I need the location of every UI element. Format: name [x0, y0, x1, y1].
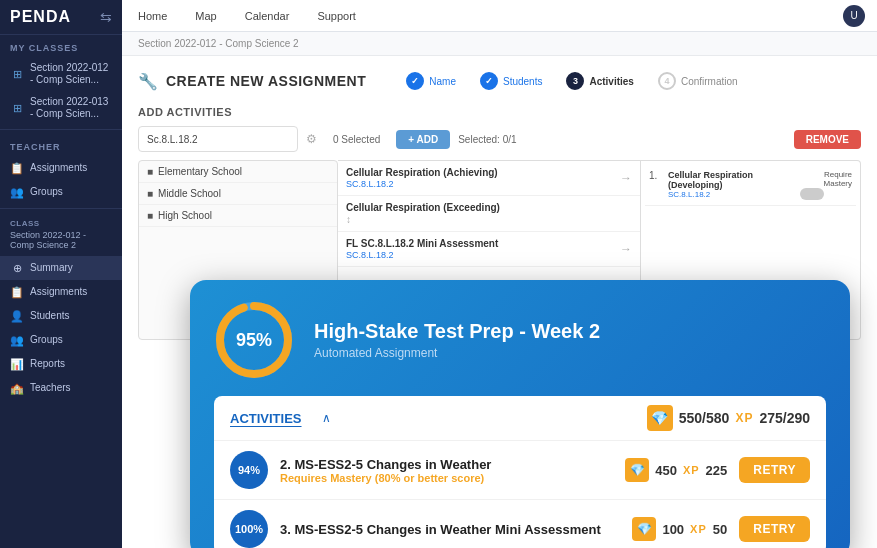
user-avatar[interactable]: U: [843, 5, 865, 27]
class-assign-text: Assignments: [30, 286, 87, 298]
elem-icon: ■: [147, 166, 153, 177]
wizard-step-confirmation: 4 Confirmation: [646, 68, 750, 94]
card-tabs: ACTIVITIES ∧ 💎 550/580 XP 275/290: [214, 396, 826, 440]
row-xp-label-0: XP: [683, 464, 700, 476]
groups-text: Groups: [30, 186, 63, 198]
row-score-1: 100: [662, 522, 684, 537]
activity-code-0: SC.8.L.18.2: [346, 179, 498, 189]
wizard-step-name: ✓ Name: [394, 68, 468, 94]
tree-item-middle[interactable]: ■ Middle School: [139, 183, 337, 205]
nav-support[interactable]: Support: [313, 10, 360, 22]
mastery-toggle[interactable]: [800, 188, 824, 200]
nav-map[interactable]: Map: [191, 10, 220, 22]
students-text: Students: [30, 310, 69, 322]
remove-button[interactable]: REMOVE: [794, 130, 861, 149]
collapse-icon[interactable]: ⇆: [100, 9, 112, 25]
class-section-name: Section 2022-012 - Comp Science 2: [0, 230, 122, 256]
card-title: High-Stake Test Prep - Week 2: [314, 320, 600, 343]
overlay-card: 95% High-Stake Test Prep - Week 2 Automa…: [190, 280, 850, 548]
filter-icon: ⚙: [306, 132, 317, 146]
activity-item-2[interactable]: FL SC.8.L.18.2 Mini Assessment SC.8.L.18…: [338, 232, 640, 267]
create-header: 🔧 CREATE NEW ASSIGNMENT ✓ Name ✓ Student…: [138, 68, 861, 94]
score-total: 550/580: [679, 410, 730, 426]
step1-circle: ✓: [406, 72, 424, 90]
step1-label: Name: [429, 76, 456, 87]
tab-score: 💎 550/580 XP 275/290: [647, 405, 810, 431]
selected-act-name-0: Cellular Respiration (Developing): [668, 170, 795, 190]
sidebar: PENDA ⇆ MY CLASSES ⊞ Section 2022-012 - …: [0, 0, 122, 548]
divider2: [0, 208, 122, 209]
sidebar-item-class1[interactable]: ⊞ Section 2022-012 - Comp Scien...: [0, 57, 122, 91]
sidebar-item-teachers[interactable]: 🏫 Teachers: [0, 376, 122, 400]
sidebar-item-class-groups[interactable]: 👥 Groups: [0, 328, 122, 352]
selected-count: Selected: 0/1: [458, 134, 516, 145]
sidebar-item-summary[interactable]: ⊕ Summary: [0, 256, 122, 280]
add-activities-label: ADD ACTIVITIES: [138, 106, 861, 118]
step2-label: Students: [503, 76, 542, 87]
xp-label: XP: [735, 411, 753, 425]
activity-info-0: 2. MS-ESS2-5 Changes in Weather Requires…: [280, 457, 613, 484]
selected-activity-0: 1. Cellular Respiration (Developing) SC.…: [645, 165, 856, 206]
reports-text: Reports: [30, 358, 65, 370]
pct-circle-1: 100%: [230, 510, 268, 548]
teachers-text: Teachers: [30, 382, 71, 394]
step3-label: Activities: [589, 76, 633, 87]
arrow-icon-0: →: [620, 171, 632, 185]
row-gem-1: 💎: [632, 517, 656, 541]
students-icon: 👤: [10, 309, 24, 323]
sidebar-item-assignments[interactable]: 📋 Assignments: [0, 156, 122, 180]
wizard-step-activities: 3 Activities: [554, 68, 645, 94]
tree-item-high[interactable]: ■ High School: [139, 205, 337, 227]
add-button[interactable]: + ADD: [396, 130, 450, 149]
activity-info-1: 3. MS-ESS2-5 Changes in Weather Mini Ass…: [280, 522, 620, 537]
sidebar-item-class-assignments[interactable]: 📋 Assignments: [0, 280, 122, 304]
selected-label: 0 Selected: [333, 134, 380, 145]
activity-name-1: Cellular Respiration (Exceeding): [346, 202, 500, 213]
activity-item-0[interactable]: Cellular Respiration (Achieving) SC.8.L.…: [338, 161, 640, 196]
activity-item-1[interactable]: Cellular Respiration (Exceeding) ↕: [338, 196, 640, 232]
activity-row-0: 94% 2. MS-ESS2-5 Changes in Weather Requ…: [214, 440, 826, 499]
tree-item-elementary[interactable]: ■ Elementary School: [139, 161, 337, 183]
assignments-icon: 📋: [10, 161, 24, 175]
sidebar-item-groups[interactable]: 👥 Groups: [0, 180, 122, 204]
class-assign-icon: 📋: [10, 285, 24, 299]
class1-icon: ⊞: [10, 67, 24, 81]
class-groups-icon: 👥: [10, 333, 24, 347]
breadcrumb: Section 2022-012 - Comp Science 2: [122, 32, 877, 56]
summary-icon: ⊕: [10, 261, 24, 275]
top-nav: Home Map Calendar Support U: [122, 0, 877, 32]
progress-label: 95%: [236, 330, 272, 351]
class-label: CLASS: [0, 213, 122, 230]
tab-caret-icon: ∧: [322, 411, 331, 425]
filter-input[interactable]: [138, 126, 298, 152]
sidebar-item-class2[interactable]: ⊞ Section 2022-013 - Comp Scien...: [0, 91, 122, 125]
step2-circle: ✓: [480, 72, 498, 90]
retry-button-1[interactable]: RETRY: [739, 516, 810, 542]
activity-code-1: ↕: [346, 214, 500, 225]
step4-circle: 4: [658, 72, 676, 90]
retry-button-0[interactable]: RETRY: [739, 457, 810, 483]
create-assignment-icon: 🔧: [138, 72, 158, 91]
reports-icon: 📊: [10, 357, 24, 371]
row-gem-0: 💎: [625, 458, 649, 482]
nav-home[interactable]: Home: [134, 10, 171, 22]
create-title: CREATE NEW ASSIGNMENT: [166, 73, 366, 89]
class2-icon: ⊞: [10, 101, 24, 115]
teacher-label: TEACHER: [0, 134, 122, 156]
activity-code-2: SC.8.L.18.2: [346, 250, 498, 260]
summary-text: Summary: [30, 262, 73, 274]
tab-activities[interactable]: ACTIVITIES: [230, 411, 302, 426]
nav-calendar[interactable]: Calendar: [241, 10, 294, 22]
logo-text: PENDA: [10, 8, 71, 26]
card-top: 95% High-Stake Test Prep - Week 2 Automa…: [214, 300, 826, 380]
activity-row-score-0: 💎 450 XP 225: [625, 458, 727, 482]
logo-area: PENDA ⇆: [0, 0, 122, 35]
divider1: [0, 129, 122, 130]
sidebar-item-students[interactable]: 👤 Students: [0, 304, 122, 328]
activity-row-name-0: 2. MS-ESS2-5 Changes in Weather: [280, 457, 613, 472]
row-xp-1: 50: [713, 522, 727, 537]
xp-total: 275/290: [759, 410, 810, 426]
activity-row-sub-0: Requires Mastery (80% or better score): [280, 472, 613, 484]
sidebar-item-reports[interactable]: 📊 Reports: [0, 352, 122, 376]
middle-icon: ■: [147, 188, 153, 199]
